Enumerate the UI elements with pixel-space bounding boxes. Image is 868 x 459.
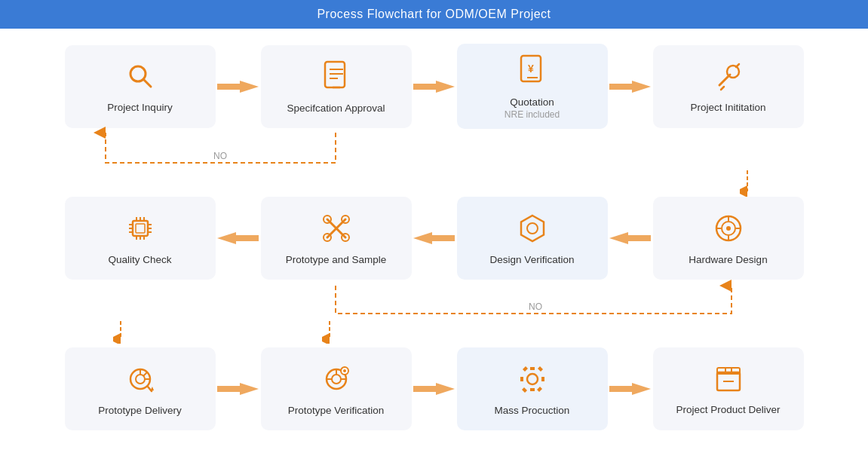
svg-marker-43 xyxy=(521,216,544,241)
svg-marker-8 xyxy=(413,81,455,93)
arrow-r3-2-3 xyxy=(412,380,457,398)
svg-point-64 xyxy=(332,375,341,384)
svg-text:¥: ¥ xyxy=(528,63,534,75)
svg-line-1 xyxy=(143,79,151,87)
quotation-icon: ¥ xyxy=(519,54,546,90)
node-mass-production: Mass Procuction xyxy=(457,347,608,430)
chip-icon xyxy=(125,213,155,248)
svg-marker-67 xyxy=(413,383,455,395)
svg-rect-22 xyxy=(136,224,145,233)
prototype-sample-label: Prototype and Sample xyxy=(286,254,387,265)
gear-icon xyxy=(517,364,547,399)
hexagon-icon xyxy=(517,213,547,248)
quality-check-label: Quality Check xyxy=(108,254,171,265)
vert-arrow-row1-row2 xyxy=(23,170,845,197)
node-quality-check: Quality Check xyxy=(65,197,216,280)
arrow-r2-2-3 xyxy=(412,229,457,247)
svg-point-14 xyxy=(727,66,739,78)
project-product-deliver-label: Project Product Deliver xyxy=(676,404,780,415)
row-2: Quality Check Prototype and xyxy=(23,197,845,280)
delivery-icon xyxy=(125,364,155,399)
arrow-r3-3-4 xyxy=(608,380,653,398)
svg-point-66 xyxy=(343,369,346,372)
svg-marker-62 xyxy=(217,383,259,395)
feedback-row-2: NO xyxy=(23,280,845,321)
svg-marker-2 xyxy=(217,81,259,93)
wrench-cross-icon xyxy=(321,213,351,248)
quotation-sublabel: NRE included xyxy=(505,109,560,120)
hardware-design-label: Hardware Design xyxy=(689,254,767,265)
vert-arrows-row2-row3 xyxy=(23,321,845,344)
arrow-3-4 xyxy=(608,78,653,96)
mass-production-label: Mass Procuction xyxy=(495,405,570,416)
svg-point-44 xyxy=(527,223,538,234)
header-title: Process Flowchart for ODM/OEM Project xyxy=(317,8,551,20)
prototype-delivery-label: Prototype Delivery xyxy=(98,405,181,416)
svg-line-15 xyxy=(736,64,739,67)
flowchart-area: Project Inquiry Specifcation Approval xyxy=(0,29,868,438)
node-project-inquiry: Project Inquiry xyxy=(65,45,216,128)
feedback-row-1: NO xyxy=(23,129,845,170)
document-icon xyxy=(323,60,350,96)
node-quotation: ¥ Quotation NRE included xyxy=(457,44,608,129)
node-prototype-delivery: Prototype Delivery xyxy=(65,347,216,430)
svg-text:NO: NO xyxy=(213,151,227,161)
arrow-r2-1-2 xyxy=(216,229,261,247)
svg-text:NO: NO xyxy=(529,301,542,312)
target-icon xyxy=(713,213,744,248)
svg-rect-21 xyxy=(133,221,148,236)
svg-line-16 xyxy=(721,87,724,90)
svg-marker-35 xyxy=(217,232,259,244)
svg-marker-45 xyxy=(609,232,651,244)
svg-marker-42 xyxy=(413,232,455,244)
node-design-verification: Design Verification xyxy=(457,197,608,280)
design-verification-label: Design Verification xyxy=(490,254,575,265)
arrow-1-2 xyxy=(216,78,261,96)
specification-approval-label: Specifcation Approval xyxy=(287,103,385,114)
tools-icon xyxy=(713,61,744,96)
project-initiation-label: Project Inititation xyxy=(691,102,766,113)
arrow-r3-1-2 xyxy=(216,380,261,398)
node-specification-approval: Specifcation Approval xyxy=(261,45,412,128)
svg-marker-12 xyxy=(609,81,651,93)
search-icon xyxy=(125,61,155,96)
node-prototype-sample: Prototype and Sample xyxy=(261,197,412,280)
svg-marker-69 xyxy=(609,383,651,395)
page-header: Process Flowchart for ODM/OEM Project xyxy=(0,0,868,29)
node-prototype-verification: Prototype Verification xyxy=(261,347,412,430)
node-project-initiation: Project Inititation xyxy=(653,45,804,128)
box-icon xyxy=(714,365,743,398)
quotation-label: Quotation xyxy=(510,96,554,108)
prototype-verify-icon xyxy=(321,364,351,399)
node-project-product-deliver: Project Product Deliver xyxy=(653,347,804,430)
row-3: Prototype Delivery Proto xyxy=(23,347,845,430)
arrow-2-3 xyxy=(412,78,457,96)
prototype-verification-label: Prototype Verification xyxy=(288,405,385,416)
node-hardware-design: Hardware Design xyxy=(653,197,804,280)
arrow-r2-3-4 xyxy=(608,229,653,247)
project-inquiry-label: Project Inquiry xyxy=(107,102,172,113)
svg-point-68 xyxy=(527,374,538,384)
row-1: Project Inquiry Specifcation Approval xyxy=(23,44,845,129)
svg-point-48 xyxy=(726,226,731,231)
